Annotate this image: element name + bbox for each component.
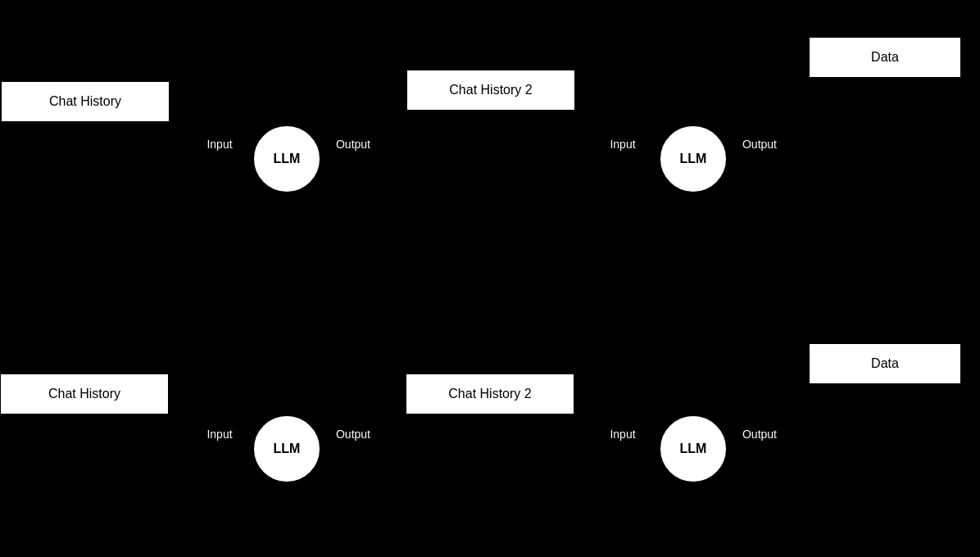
chat-history-box-2: Chat History 2 (407, 70, 574, 110)
llm-circle-2: LLM (660, 126, 726, 192)
data-box-1: Data (810, 38, 960, 77)
diagram-container: Chat History Chat History 2 Data LLM Inp… (0, 0, 980, 557)
llm-label-4: LLM (680, 442, 707, 456)
chat-history-box-3: Chat History (1, 374, 168, 414)
output-label-3: Output (324, 424, 382, 444)
output-label-4: Output (731, 424, 788, 444)
llm-circle-3: LLM (254, 416, 320, 482)
llm-circle-4: LLM (660, 416, 726, 482)
output-label-2: Output (731, 134, 788, 154)
output-label-1: Output (324, 134, 382, 154)
input-label-4: Input (598, 424, 647, 444)
data-label-2: Data (871, 356, 899, 371)
llm-circle-1: LLM (254, 126, 320, 192)
chat-history-label-3: Chat History (48, 387, 120, 401)
chat-history-label-4: Chat History 2 (448, 387, 531, 401)
input-label-3: Input (195, 424, 244, 444)
data-label-1: Data (871, 50, 899, 65)
input-label-2: Input (598, 134, 647, 154)
llm-label-1: LLM (274, 152, 301, 166)
chat-history-label-1: Chat History (49, 94, 121, 109)
input-label-1: Input (195, 134, 244, 154)
llm-label-3: LLM (274, 442, 301, 456)
llm-label-2: LLM (680, 152, 707, 166)
data-box-2: Data (810, 344, 960, 383)
chat-history-box-1: Chat History (2, 82, 169, 121)
chat-history-label-2: Chat History 2 (449, 83, 532, 97)
chat-history-box-4: Chat History 2 (406, 374, 574, 414)
